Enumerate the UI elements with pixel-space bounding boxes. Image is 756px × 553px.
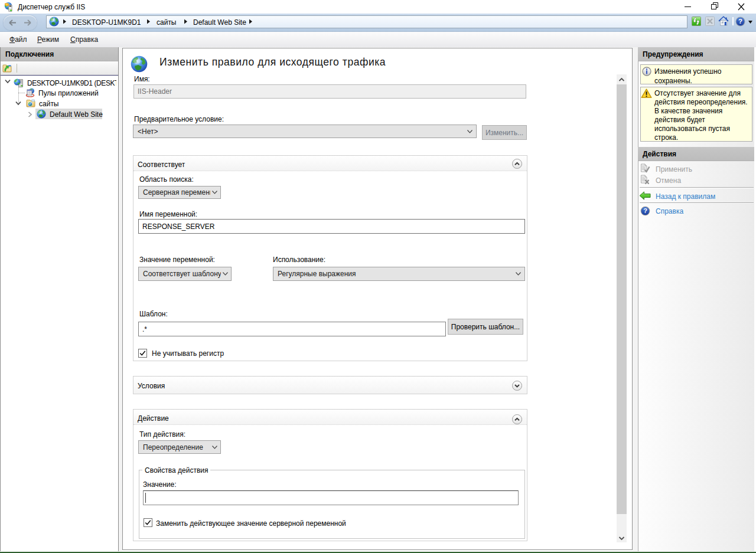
svg-text:?: ? — [738, 18, 742, 25]
svg-text:?: ? — [643, 207, 647, 214]
